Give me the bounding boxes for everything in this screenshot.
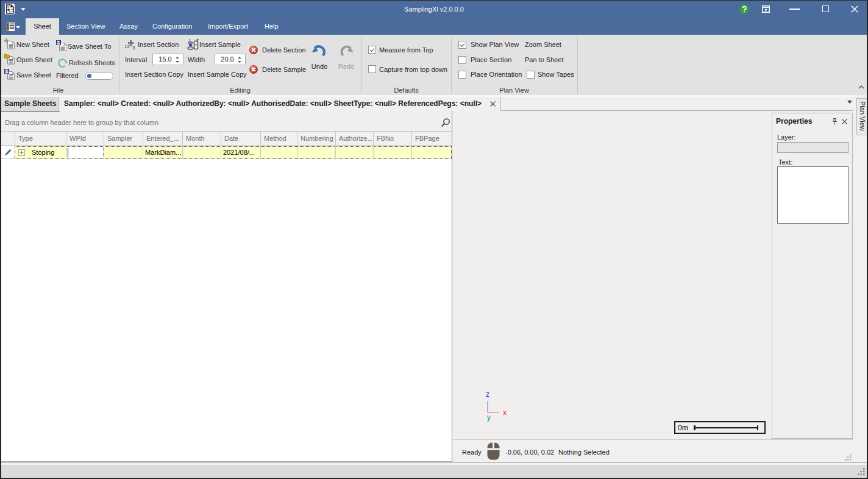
svg-text:12: 12 — [124, 44, 130, 49]
svg-text:3: 3 — [132, 45, 135, 51]
